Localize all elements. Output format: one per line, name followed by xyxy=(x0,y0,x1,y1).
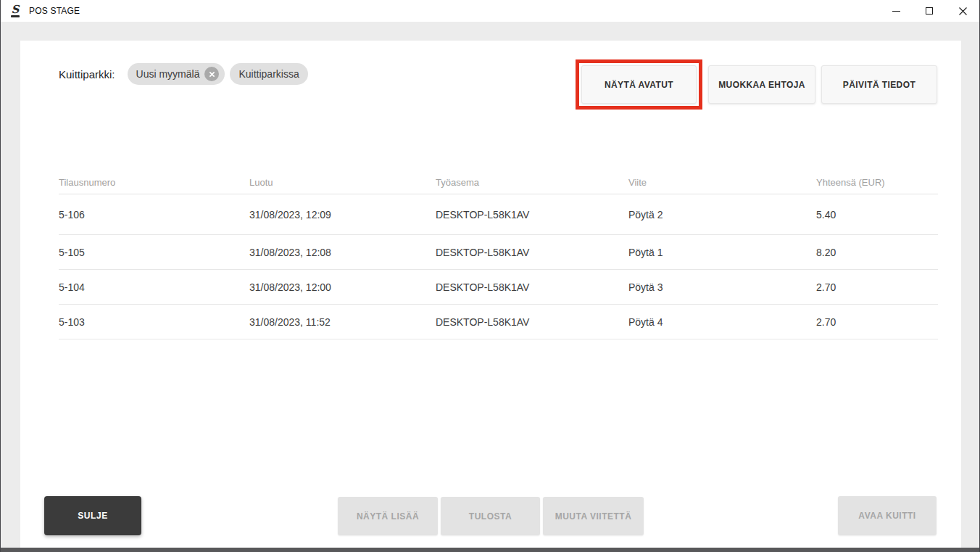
total-cell: 5.40 xyxy=(816,209,938,221)
order-number-cell: 5-105 xyxy=(59,247,249,258)
chip-label: Kuittiparkissa xyxy=(238,68,299,80)
show-more-button[interactable]: NÄYTÄ LISÄÄ xyxy=(338,497,438,535)
show-open-button[interactable]: NÄYTÄ AVATUT xyxy=(581,65,697,104)
close-dialog-button[interactable]: SULJE xyxy=(44,496,141,535)
column-header-created: Luotu xyxy=(249,177,436,188)
workstation-cell: DESKTOP-L58K1AV xyxy=(436,247,628,258)
created-cell: 31/08/2023, 12:00 xyxy=(249,281,436,293)
table-row[interactable]: 5-103 31/08/2023, 11:52 DESKTOP-L58K1AV … xyxy=(59,305,938,339)
table-row[interactable]: 5-106 31/08/2023, 12:09 DESKTOP-L58K1AV … xyxy=(59,194,938,235)
workstation-cell: DESKTOP-L58K1AV xyxy=(436,281,628,293)
order-number-cell: 5-103 xyxy=(59,316,249,328)
column-header-reference: Viite xyxy=(628,177,816,188)
column-header-workstation: Työasema xyxy=(436,177,628,188)
close-button[interactable] xyxy=(946,0,979,22)
created-cell: 31/08/2023, 12:09 xyxy=(249,209,436,221)
change-reference-button[interactable]: MUUTA VIITETTÄ xyxy=(543,497,644,535)
total-cell: 2.70 xyxy=(816,316,938,328)
maximize-button[interactable] xyxy=(913,0,946,22)
x-glyph xyxy=(209,71,215,78)
edit-conditions-button[interactable]: MUOKKAA EHTOJA xyxy=(708,65,815,104)
reference-cell: Pöytä 3 xyxy=(628,281,816,293)
created-cell: 31/08/2023, 11:52 xyxy=(249,316,436,328)
filter-area: Kuittiparkki: Uusi myymälä Kuittiparkiss… xyxy=(59,63,313,85)
title-bar: S POS STAGE xyxy=(1,0,979,22)
workstation-cell: DESKTOP-L58K1AV xyxy=(436,316,628,328)
refresh-data-button[interactable]: PÄIVITÄ TIEDOT xyxy=(821,65,937,104)
column-header-total: Yhteensä (EUR) xyxy=(816,177,938,188)
open-receipt-button[interactable]: AVAA KUITTI xyxy=(838,496,937,535)
app-logo-letter: S xyxy=(12,5,20,15)
footer-action-group: NÄYTÄ LISÄÄ TULOSTA MUUTA VIITETTÄ xyxy=(338,497,644,535)
maximize-icon xyxy=(926,7,933,15)
window-controls xyxy=(879,0,979,22)
app-logo-icon: S xyxy=(7,3,23,19)
total-cell: 2.70 xyxy=(816,281,938,293)
total-cell: 8.20 xyxy=(816,247,938,258)
reference-cell: Pöytä 1 xyxy=(628,247,816,258)
close-icon xyxy=(959,7,967,15)
filter-chip-store[interactable]: Uusi myymälä xyxy=(128,63,225,85)
window-title: POS STAGE xyxy=(29,6,80,16)
toolbar: NÄYTÄ AVATUT MUOKKAA EHTOJA PÄIVITÄ TIED… xyxy=(576,59,937,110)
column-header-order-number: Tilausnumero xyxy=(59,177,249,188)
app-logo-base xyxy=(11,15,20,17)
table-row[interactable]: 5-105 31/08/2023, 12:08 DESKTOP-L58K1AV … xyxy=(59,235,938,270)
order-number-cell: 5-106 xyxy=(59,209,249,221)
order-number-cell: 5-104 xyxy=(59,281,249,293)
created-cell: 31/08/2023, 12:08 xyxy=(249,247,436,258)
content-frame: Kuittiparkki: Uusi myymälä Kuittiparkiss… xyxy=(1,22,979,548)
table-header-row: Tilausnumero Luotu Työasema Viite Yhteen… xyxy=(59,171,938,194)
reference-cell: Pöytä 2 xyxy=(628,209,816,221)
taskbar-edge xyxy=(1,548,979,552)
print-button[interactable]: TULOSTA xyxy=(441,497,540,535)
chip-remove-icon[interactable] xyxy=(204,67,219,81)
title-bar-left: S POS STAGE xyxy=(1,3,80,19)
reference-cell: Pöytä 4 xyxy=(628,316,816,328)
receipts-table: Tilausnumero Luotu Työasema Viite Yhteen… xyxy=(59,171,938,339)
app-window: S POS STAGE Kuittiparkki: xyxy=(0,0,980,552)
main-card: Kuittiparkki: Uusi myymälä Kuittiparkiss… xyxy=(20,41,961,548)
minimize-button[interactable] xyxy=(879,0,913,22)
table-row[interactable]: 5-104 31/08/2023, 12:00 DESKTOP-L58K1AV … xyxy=(59,270,938,305)
minimize-icon xyxy=(892,11,900,12)
filter-label: Kuittiparkki: xyxy=(59,68,115,81)
filter-chip-status[interactable]: Kuittiparkissa xyxy=(230,63,307,85)
workstation-cell: DESKTOP-L58K1AV xyxy=(436,209,628,221)
annotation-highlight-box: NÄYTÄ AVATUT xyxy=(576,59,702,110)
chip-label: Uusi myymälä xyxy=(136,68,200,80)
